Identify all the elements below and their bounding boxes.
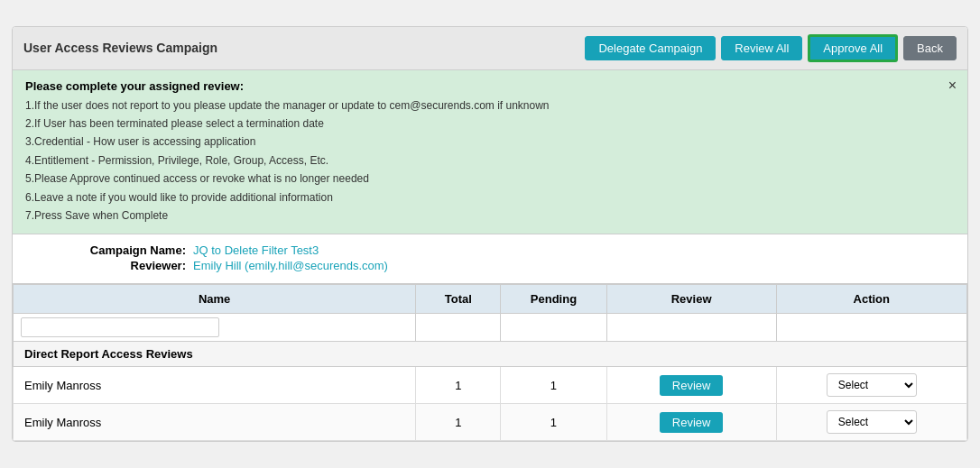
row2-pending: 1 [501, 404, 606, 441]
search-cell [14, 314, 416, 342]
close-instructions-button[interactable]: × [948, 78, 957, 94]
search-input[interactable] [21, 317, 219, 337]
reviewer-value: Emily Hill (emily.hill@securends.com) [193, 259, 388, 272]
row1-total: 1 [416, 367, 501, 404]
search-pending-cell [501, 314, 606, 342]
instruction-item-2: 2.If User has been terminated please sel… [25, 115, 955, 133]
reviewer-row: Reviewer: Emily Hill (emily.hill@securen… [67, 259, 913, 272]
campaign-name-row: Campaign Name: JQ to Delete Filter Test3 [67, 243, 913, 257]
header: User Access Reviews Campaign Delegate Ca… [13, 27, 967, 70]
section-header-row: Direct Report Access Reviews [14, 342, 967, 367]
instruction-item-5: 5.Please Approve continued access or rev… [25, 170, 955, 188]
row2-action-select[interactable]: Select Approve Revoke [827, 410, 917, 434]
instruction-item-4: 4.Entitlement - Permission, Privilege, R… [25, 151, 955, 170]
campaign-name-label: Campaign Name: [67, 243, 193, 257]
back-button[interactable]: Back [903, 36, 957, 60]
review-all-button[interactable]: Review All [721, 36, 802, 60]
instructions-list: 1.If the user does not report to you ple… [25, 96, 955, 225]
search-action-cell [776, 314, 966, 342]
search-review-cell [606, 314, 776, 342]
row1-action-cell: Select Approve Revoke [776, 367, 966, 404]
row1-review-button[interactable]: Review [660, 375, 724, 396]
row1-review-cell: Review [606, 367, 776, 404]
campaign-name-value: JQ to Delete Filter Test3 [193, 243, 319, 257]
row1-action-select[interactable]: Select Approve Revoke [827, 373, 917, 397]
instructions-title: Please complete your assigned review: [25, 79, 955, 93]
col-header-pending: Pending [501, 285, 606, 314]
page-title: User Access Reviews Campaign [23, 41, 217, 55]
reviewer-label: Reviewer: [67, 259, 193, 272]
instruction-item-3: 3.Credential - How user is accessing app… [25, 133, 955, 151]
instruction-item-6: 6.Leave a note if you would like to prov… [25, 188, 955, 206]
row1-pending: 1 [501, 367, 606, 404]
campaign-info: Campaign Name: JQ to Delete Filter Test3… [13, 234, 967, 284]
row1-name: Emily Manross [14, 367, 416, 404]
col-header-action: Action [776, 285, 966, 314]
search-total-cell [416, 314, 501, 342]
delegate-campaign-button[interactable]: Delegate Campaign [585, 36, 716, 60]
search-row [14, 314, 967, 342]
instructions-box: × Please complete your assigned review: … [13, 70, 967, 235]
col-header-review: Review [606, 285, 776, 314]
section-header-label: Direct Report Access Reviews [14, 342, 967, 367]
main-container: User Access Reviews Campaign Delegate Ca… [12, 26, 968, 443]
table-container: Name Total Pending Review Action [13, 284, 967, 441]
table-row: Emily Manross 1 1 Review Select Approve … [14, 367, 967, 404]
row2-review-button[interactable]: Review [660, 412, 724, 433]
instruction-item-1: 1.If the user does not report to you ple… [25, 96, 955, 115]
row2-total: 1 [416, 404, 501, 441]
table-header-row: Name Total Pending Review Action [14, 285, 967, 314]
approve-all-button[interactable]: Approve All [808, 34, 898, 62]
col-header-total: Total [416, 285, 501, 314]
row2-review-cell: Review [606, 404, 776, 441]
col-header-name: Name [14, 285, 416, 314]
header-buttons: Delegate Campaign Review All Approve All… [585, 34, 957, 62]
row2-name: Emily Manross [14, 404, 416, 441]
table-row: Emily Manross 1 1 Review Select Approve … [14, 404, 967, 441]
instruction-item-7: 7.Press Save when Complete [25, 206, 955, 225]
reviews-table: Name Total Pending Review Action [13, 284, 967, 441]
row2-action-cell: Select Approve Revoke [776, 404, 966, 441]
